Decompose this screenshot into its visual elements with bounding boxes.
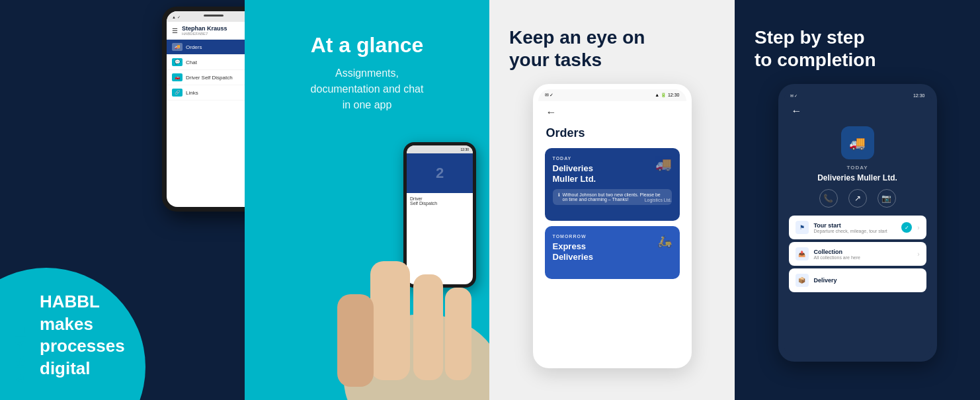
panel3-title-line2: your tasks	[509, 50, 602, 70]
back-arrow-3: ←	[546, 106, 557, 118]
back-button-4[interactable]: ←	[784, 101, 932, 121]
hand-svg	[317, 195, 489, 400]
app-icon-glyph: 🚚	[849, 135, 866, 151]
phone-screen-4: ✉ ✓ 12:30 ← 🚚 TODAY Deliveries Muller Lt…	[784, 89, 932, 356]
phone-device: ▲ ✓ 12:30 ☰ Stephan Krauss HABDEFABE7 🚚 …	[162, 7, 245, 212]
orders-heading: Orders	[538, 124, 686, 148]
menu-item-links[interactable]: 🔗 Links	[167, 85, 245, 100]
tagline-line4: digital	[40, 358, 125, 380]
back-arrow-4: ←	[792, 105, 802, 116]
tour-start-content: Tour start Departure check, mileage, tou…	[814, 222, 897, 233]
subtitle-line1: Assignments,	[335, 67, 399, 79]
p4-today-label: TODAY	[784, 165, 932, 171]
list-item-delivery[interactable]: 📦 Delivery	[789, 268, 926, 292]
time-3: ▲ 🔋 12:30	[655, 93, 679, 98]
phone-topbar: ☰ Stephan Krauss HABDEFABE7	[167, 22, 245, 40]
status-bar-3: ✉ ✓ ▲ 🔋 12:30	[538, 89, 686, 101]
panel3-title: Keep an eye on your tasks	[509, 26, 645, 71]
phone-mockup-panel3: ✉ ✓ ▲ 🔋 12:30 ← Orders TODAY Deliveries …	[533, 84, 692, 368]
info-icon: ℹ	[558, 192, 560, 198]
delivery-content: Delivery	[814, 277, 920, 284]
p4-delivery-title: Deliveries Muller Ltd.	[784, 173, 932, 182]
panel-4-completion: Step by step to completion ✉ ✓ 12:30 ← 🚚…	[735, 0, 980, 400]
status-bar-4: ✉ ✓ 12:30	[784, 89, 932, 101]
tagline-line3: processes	[40, 335, 125, 358]
driver-label: Driver Self Dispatch	[186, 75, 233, 81]
delivery-title-item: Delivery	[814, 277, 920, 284]
panel2-title: At a glance	[311, 33, 424, 58]
tagline-line1: HABBL	[40, 291, 125, 313]
hamburger-icon: ☰	[172, 27, 178, 34]
camera-button[interactable]: 📷	[878, 189, 896, 208]
phone-mockup-panel4: ✉ ✓ 12:30 ← 🚚 TODAY Deliveries Muller Lt…	[778, 84, 937, 362]
phone-screen: ▲ ✓ 12:30 ☰ Stephan Krauss HABDEFABE7 🚚 …	[167, 11, 245, 207]
company-name: Logistics Ltd.	[645, 198, 672, 202]
list-item-collection[interactable]: 📤 Collection All collections are here ›	[789, 242, 926, 266]
panel4-title: Step by step to completion	[755, 26, 876, 71]
panel-2-at-a-glance: At a glance Assignments, documentation a…	[245, 0, 489, 400]
external-link-button[interactable]: ↗	[848, 189, 867, 208]
order-card-today[interactable]: TODAY Deliveries Muller Ltd. 🚚 Logistics…	[545, 148, 680, 221]
panel2-subtitle: Assignments, documentation and chat in o…	[311, 65, 424, 113]
panel4-title-line2: to completion	[755, 50, 876, 70]
collection-content: Collection All collections are here	[814, 249, 913, 260]
links-label: Links	[186, 90, 198, 96]
tomorrow-title-1: Express	[553, 241, 587, 251]
arrow-icon-2: ›	[917, 251, 919, 258]
envelope-icon-4: ✉ ✓	[790, 93, 798, 98]
list-item-tour-start[interactable]: ⚑ Tour start Departure check, mileage, t…	[789, 216, 926, 239]
today-title-2: Muller Ltd.	[553, 174, 596, 184]
phone-status-bar: ▲ ✓ 12:30	[167, 11, 245, 22]
panel1-tagline: HABBL makes processes digital	[40, 291, 125, 380]
external-link-icon: ↗	[854, 194, 861, 203]
mini-status: 12:30	[407, 145, 473, 153]
envelope-icon: ✉ ✓	[545, 93, 554, 98]
action-buttons-row: 📞 ↗ 📷	[784, 189, 932, 208]
app-icon-4: 🚚	[841, 126, 874, 159]
svg-rect-3	[445, 288, 471, 380]
panel3-title-line1: Keep an eye on	[509, 27, 645, 48]
user-name: Stephan Krauss	[182, 25, 227, 32]
today-title-1: Deliveries	[553, 163, 593, 173]
tomorrow-title: Express Deliveries	[553, 241, 672, 262]
orders-label: Orders	[186, 44, 202, 50]
phone-icon: 📞	[823, 194, 833, 203]
today-label: TODAY	[553, 156, 672, 161]
subtitle-line3: in one app	[343, 99, 392, 110]
phone-screen-3: ✉ ✓ ▲ 🔋 12:30 ← Orders TODAY Deliveries …	[538, 89, 686, 363]
panel4-title-line1: Step by step	[755, 27, 864, 48]
time-4: 12:30	[913, 93, 925, 98]
tagline-line2: makes	[40, 313, 125, 336]
svg-rect-1	[370, 261, 410, 380]
menu-item-orders[interactable]: 🚚 Orders	[167, 40, 245, 55]
number-display: 2	[436, 165, 444, 182]
chat-icon: 💬	[172, 58, 183, 66]
tomorrow-label: TOMORROW	[553, 234, 672, 239]
call-button[interactable]: 📞	[819, 189, 838, 208]
habbl-logo: HABBL	[11, 0, 31, 400]
delivery-icon-today: 🚚	[655, 156, 672, 172]
chat-label: Chat	[186, 60, 197, 65]
tomorrow-title-2: Deliveries	[553, 252, 593, 262]
hand-shape	[317, 195, 489, 400]
svg-rect-2	[413, 274, 443, 380]
order-card-tomorrow[interactable]: TOMORROW Express Deliveries 🛵	[545, 226, 680, 279]
menu-item-chat[interactable]: 💬 Chat	[167, 55, 245, 70]
delivery-icon: 📦	[796, 274, 809, 287]
menu-item-driver[interactable]: 🚗 Driver Self Dispatch	[167, 70, 245, 85]
links-icon: 🔗	[172, 89, 183, 97]
signal-icon: ▲ ✓	[172, 15, 181, 19]
hand-phone-illustration: 12:30 2 DriverSelf Dispatch	[291, 122, 489, 400]
arrow-icon-1: ›	[917, 224, 919, 231]
subtitle-line2: documentation and chat	[311, 83, 424, 95]
phone-mockup-panel1: ▲ ✓ 12:30 ☰ Stephan Krauss HABDEFABE7 🚚 …	[162, 7, 245, 212]
svg-rect-4	[337, 294, 374, 387]
collection-subtitle: All collections are here	[814, 255, 913, 260]
check-icon: ✓	[901, 222, 912, 233]
today-title: Deliveries Muller Ltd.	[553, 163, 672, 184]
panel-1-habbl-intro: HABBL ▲ ✓ 12:30 ☰ Stephan Krauss HABDEFA…	[0, 0, 245, 400]
user-id: HABDEFABE7	[182, 32, 227, 36]
delivery-icon-tomorrow: 🛵	[657, 234, 672, 249]
back-button-3[interactable]: ←	[538, 101, 686, 124]
camera-icon: 📷	[881, 194, 891, 203]
